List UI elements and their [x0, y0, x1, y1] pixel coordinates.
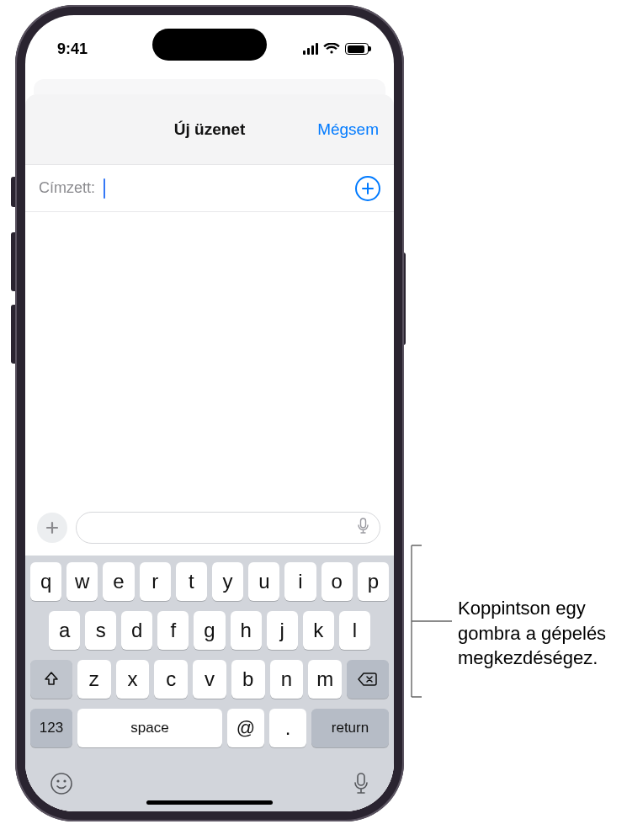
- phone-screen: 9:41 Új üzenet Mégsem: [25, 15, 394, 811]
- cancel-button[interactable]: Mégsem: [317, 120, 379, 139]
- key-f[interactable]: f: [157, 611, 189, 650]
- message-input[interactable]: [76, 512, 380, 544]
- key-w[interactable]: w: [66, 562, 98, 601]
- callout-bracket: [411, 544, 456, 699]
- svg-rect-0: [361, 518, 366, 528]
- backspace-icon: [357, 671, 379, 688]
- add-contact-button[interactable]: [355, 176, 380, 201]
- microphone-icon: [352, 771, 370, 796]
- wifi-icon: [323, 43, 340, 55]
- svg-point-3: [63, 779, 66, 782]
- key-p[interactable]: p: [358, 562, 389, 601]
- key-q[interactable]: q: [30, 562, 61, 601]
- message-body-area[interactable]: [25, 212, 394, 505]
- shift-key[interactable]: [30, 660, 72, 699]
- key-u[interactable]: u: [248, 562, 279, 601]
- new-message-modal: Új üzenet Mégsem Címzett:: [25, 94, 394, 811]
- emoji-icon: [49, 771, 74, 796]
- numeric-key[interactable]: 123: [30, 709, 72, 747]
- key-z[interactable]: z: [77, 660, 111, 699]
- modal-header: Új üzenet Mégsem: [25, 94, 394, 165]
- attach-button[interactable]: [37, 513, 67, 543]
- dictation-button[interactable]: [352, 771, 370, 800]
- key-r[interactable]: r: [140, 562, 171, 601]
- keyboard: q w e r t y u i o p a s d: [25, 556, 394, 764]
- key-j[interactable]: j: [267, 611, 298, 650]
- key-i[interactable]: i: [284, 562, 316, 601]
- shift-icon: [42, 670, 61, 688]
- key-n[interactable]: n: [270, 660, 304, 699]
- svg-point-1: [51, 774, 72, 794]
- key-y[interactable]: y: [212, 562, 243, 601]
- return-key[interactable]: return: [311, 709, 389, 747]
- at-key[interactable]: @: [227, 709, 264, 747]
- key-l[interactable]: l: [339, 611, 370, 650]
- phone-frame: 9:41 Új üzenet Mégsem: [15, 5, 404, 821]
- dictation-icon[interactable]: [357, 518, 369, 538]
- key-g[interactable]: g: [194, 611, 225, 650]
- key-v[interactable]: v: [193, 660, 226, 699]
- keyboard-row-3: z x c v b n m: [30, 660, 389, 699]
- dot-key[interactable]: .: [269, 709, 306, 747]
- home-indicator[interactable]: [146, 800, 273, 805]
- key-e[interactable]: e: [103, 562, 134, 601]
- status-time: 9:41: [57, 40, 88, 58]
- keyboard-row-4: 123 space @ . return: [30, 709, 389, 747]
- recipient-label: Címzett:: [39, 179, 95, 197]
- text-cursor: [104, 178, 105, 199]
- plus-icon: [45, 520, 60, 535]
- key-s[interactable]: s: [85, 611, 116, 650]
- dynamic-island: [152, 29, 267, 61]
- key-c[interactable]: c: [154, 660, 188, 699]
- cellular-icon: [303, 43, 318, 55]
- key-a[interactable]: a: [49, 611, 80, 650]
- key-t[interactable]: t: [176, 562, 207, 601]
- annotation-text: Koppintson egy gombra a gépelés megkezdé…: [458, 596, 618, 671]
- key-b[interactable]: b: [231, 660, 265, 699]
- svg-point-2: [56, 779, 59, 782]
- space-key[interactable]: space: [77, 709, 222, 747]
- key-o[interactable]: o: [321, 562, 353, 601]
- status-icons: [303, 43, 369, 55]
- battery-icon: [345, 43, 369, 55]
- figure-stage: 9:41 Új üzenet Mégsem: [0, 0, 627, 840]
- keyboard-row-1: q w e r t y u i o p: [30, 562, 389, 601]
- key-h[interactable]: h: [231, 611, 262, 650]
- key-m[interactable]: m: [308, 660, 342, 699]
- modal-title: Új üzenet: [174, 120, 245, 139]
- backspace-key[interactable]: [347, 660, 389, 699]
- compose-row: [25, 505, 394, 556]
- emoji-button[interactable]: [49, 771, 74, 800]
- keyboard-row-2: a s d f g h j k l: [30, 611, 389, 650]
- key-k[interactable]: k: [303, 611, 334, 650]
- recipient-row[interactable]: Címzett:: [25, 165, 394, 212]
- key-x[interactable]: x: [116, 660, 150, 699]
- svg-rect-4: [358, 774, 364, 785]
- key-d[interactable]: d: [121, 611, 152, 650]
